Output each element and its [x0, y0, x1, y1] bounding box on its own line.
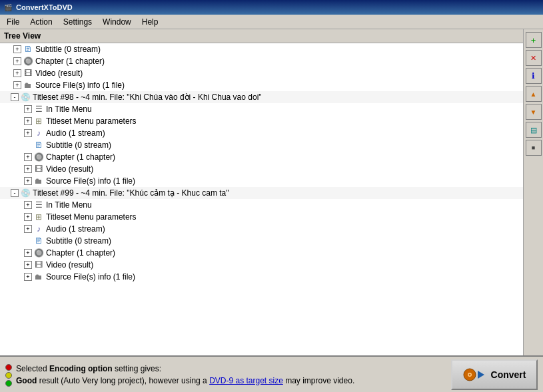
status-msg-good: Good — [16, 376, 37, 385]
menu-settings[interactable]: Settings — [58, 16, 97, 28]
menu-edit-button[interactable]: ▤ — [526, 122, 542, 138]
source-icon-98: 🖿 — [33, 176, 44, 186]
light-red — [5, 364, 12, 371]
move-up-button[interactable]: ▲ — [526, 86, 542, 102]
tree-row-menu-98[interactable]: + ☰ In Title Menu — [0, 103, 523, 115]
tree-row-video-99[interactable]: + 🎞 Video (result) — [0, 259, 523, 271]
light-green — [5, 380, 12, 387]
expand-btn-4[interactable]: + — [13, 81, 21, 89]
tree-row-menuparam-99[interactable]: + ⊞ Titleset Menu parameters — [0, 211, 523, 223]
status-msg-result: result (Auto Very long project), however… — [37, 376, 209, 385]
expand-btn-19[interactable]: + — [24, 261, 32, 269]
tree-label-4: Source File(s) info (1 file) — [35, 81, 125, 90]
expand-btn-10[interactable]: + — [24, 153, 32, 161]
tree-row-menuparam-98[interactable]: + ⊞ Titleset Menu parameters — [0, 115, 523, 127]
tree-row-audio-99[interactable]: + ♪ Audio (1 stream) — [0, 223, 523, 235]
dvd-icon-99: 💿 — [20, 188, 31, 198]
expand-btn-2[interactable]: + — [13, 57, 21, 65]
chapter-icon-99: 🔘 — [33, 248, 44, 258]
subtitle-icon-99: 🖹 — [33, 236, 44, 246]
expand-btn-3[interactable]: + — [13, 69, 21, 77]
add-button[interactable]: + — [526, 32, 542, 48]
main-area: Tree View + 🖹 Subtitle (0 stream) + 🔘 Ch… — [0, 29, 543, 355]
tree-row-titleset-99[interactable]: - 💿 Titleset #99 - ~4 min. File: "Khúc c… — [0, 187, 523, 199]
menuparam-icon-98: ⊞ — [33, 116, 44, 126]
status-msg-end: may improve video. — [283, 376, 354, 385]
chapter-icon: 🔘 — [23, 56, 33, 67]
svg-marker-3 — [478, 371, 484, 379]
tree-row-source-0[interactable]: + 🖿 Source File(s) info (1 file) — [0, 79, 523, 91]
tree-label-19: Video (result) — [46, 260, 93, 270]
expand-btn-15[interactable]: + — [24, 213, 32, 221]
expand-btn-6[interactable]: + — [24, 105, 32, 113]
music-icon-99: ♪ — [33, 224, 44, 234]
dvd9-link[interactable]: DVD-9 as target size — [209, 376, 283, 385]
title-bar: 🎬 ConvertXToDVD — [0, 0, 543, 15]
expand-btn-5[interactable]: - — [11, 93, 19, 101]
tree-row-source-98[interactable]: + 🖿 Source File(s) info (1 file) — [0, 175, 523, 187]
light-yellow — [5, 372, 12, 379]
tree-label-15: Titleset Menu parameters — [46, 212, 137, 222]
tree-row-subtitle-98[interactable]: + 🖹 Subtitle (0 stream) — [0, 139, 523, 151]
menu-window[interactable]: Window — [97, 16, 137, 28]
expand-btn-1[interactable]: + — [13, 45, 21, 53]
expand-btn-13[interactable]: - — [11, 189, 19, 197]
tree-row-titleset-98[interactable]: - 💿 Titleset #98 - ~4 min. File: "Khi Ch… — [0, 91, 523, 103]
menu-action[interactable]: Action — [25, 16, 57, 28]
menu-file[interactable]: File — [1, 16, 25, 28]
subtitle-icon: 🖹 — [23, 44, 33, 55]
expand-btn-14[interactable]: + — [24, 201, 32, 209]
source-icon-99: 🖿 — [33, 272, 44, 282]
menu-icon-99: ☰ — [33, 200, 44, 210]
tree-label-10: Chapter (1 chapter) — [46, 152, 115, 162]
tree-row-chapter-99[interactable]: + 🔘 Chapter (1 chapter) — [0, 247, 523, 259]
tree-label-11: Video (result) — [46, 164, 93, 174]
tree-label-16: Audio (1 stream) — [46, 224, 105, 234]
info-button[interactable]: ℹ — [526, 68, 542, 84]
tree-row-video-0[interactable]: + 🎞 Video (result) — [0, 67, 523, 79]
expand-btn-20[interactable]: + — [24, 273, 32, 281]
tree-label-12: Source File(s) info (1 file) — [46, 176, 135, 186]
tree-label-6: In Title Menu — [46, 104, 92, 114]
status-lights — [5, 364, 12, 387]
source-icon: 🖿 — [23, 80, 33, 91]
tree-label-18: Chapter (1 chapter) — [46, 248, 115, 258]
tree-label-2: Chapter (1 chapter) — [35, 57, 105, 66]
tree-label-1: Subtitle (0 stream) — [35, 45, 101, 54]
expand-btn-12[interactable]: + — [24, 177, 32, 185]
extra-settings-button[interactable]: ■ — [526, 140, 542, 156]
film-icon-98: 🎞 — [33, 164, 44, 174]
convert-button[interactable]: Convert — [451, 359, 538, 390]
status-bar: Selected Encoding option setting gives: … — [0, 355, 543, 392]
expand-btn-8[interactable]: + — [24, 129, 32, 137]
tree-label-13: Titleset #99 - ~4 min. File: "Khúc cảm t… — [33, 188, 229, 198]
chapter-icon-98: 🔘 — [33, 152, 44, 162]
status-text-area: Selected Encoding option setting gives: … — [5, 363, 451, 387]
status-msg-prefix: Selected — [16, 364, 49, 373]
remove-button[interactable]: ✕ — [526, 50, 542, 66]
tree-container: Tree View + 🖹 Subtitle (0 stream) + 🔘 Ch… — [0, 29, 523, 355]
tree-row-chapter-98[interactable]: + 🔘 Chapter (1 chapter) — [0, 151, 523, 163]
tree-label-14: In Title Menu — [46, 200, 92, 210]
tree-header: Tree View — [0, 29, 523, 43]
app-icon: 🎬 — [3, 2, 13, 13]
expand-btn-11[interactable]: + — [24, 165, 32, 173]
tree-label-5: Titleset #98 - ~4 min. File: "Khi Chúa v… — [33, 93, 262, 102]
tree-row-video-98[interactable]: + 🎞 Video (result) — [0, 163, 523, 175]
tree-row-audio-98[interactable]: + ♪ Audio (1 stream) — [0, 127, 523, 139]
expand-btn-18[interactable]: + — [24, 249, 32, 257]
tree-row-menu-99[interactable]: + ☰ In Title Menu — [0, 199, 523, 211]
app-title: ConvertXToDVD — [16, 3, 73, 11]
svg-point-2 — [468, 373, 470, 375]
menu-bar: File Action Settings Window Help — [0, 15, 543, 29]
menu-help[interactable]: Help — [137, 16, 164, 28]
tree-label-7: Titleset Menu parameters — [46, 116, 137, 126]
expand-btn-7[interactable]: + — [24, 117, 32, 125]
tree-row-subtitle-0[interactable]: + 🖹 Subtitle (0 stream) — [0, 43, 523, 55]
tree-scroll[interactable]: + 🖹 Subtitle (0 stream) + 🔘 Chapter (1 c… — [0, 43, 523, 355]
expand-btn-16[interactable]: + — [24, 225, 32, 233]
tree-row-subtitle-99[interactable]: + 🖹 Subtitle (0 stream) — [0, 235, 523, 247]
tree-row-chapter-0[interactable]: + 🔘 Chapter (1 chapter) — [0, 55, 523, 67]
tree-row-source-99[interactable]: + 🖿 Source File(s) info (1 file) — [0, 271, 523, 283]
move-down-button[interactable]: ▼ — [526, 104, 542, 120]
